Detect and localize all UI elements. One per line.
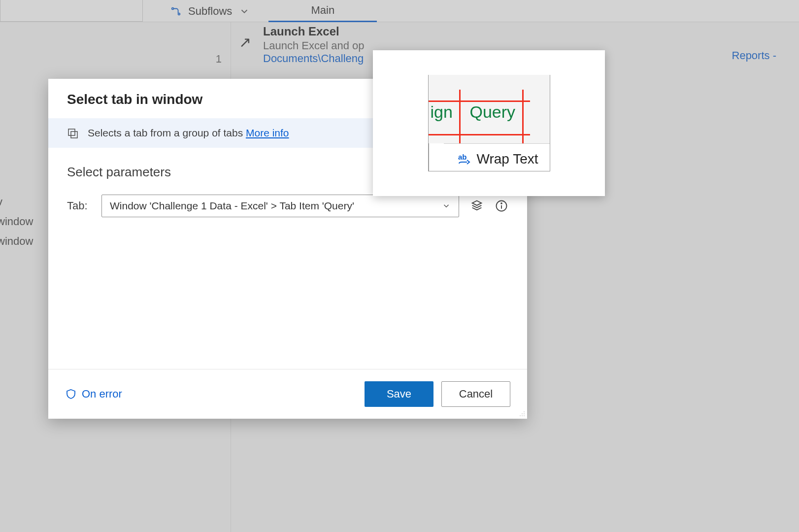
on-error-label: On error xyxy=(82,388,122,400)
cancel-button-label: Cancel xyxy=(459,388,493,400)
preview-canvas: ign Query ab Wrap Text xyxy=(428,75,550,171)
svg-point-6 xyxy=(501,203,502,204)
tab-selector-dropdown[interactable]: Window 'Challenge 1 Data - Excel' > Tab … xyxy=(101,195,459,217)
svg-point-8 xyxy=(522,413,523,414)
svg-text:ab: ab xyxy=(458,153,467,161)
wrap-text-icon: ab xyxy=(458,153,473,166)
info-icon[interactable] xyxy=(495,199,508,213)
tab-selector-value: Window 'Challenge 1 Data - Excel' > Tab … xyxy=(110,200,354,212)
dialog-info-text: Selects a tab from a group of tabs xyxy=(88,127,246,138)
svg-rect-3 xyxy=(71,132,77,138)
crop-line-left xyxy=(459,90,461,147)
preview-tab-query: Query xyxy=(470,102,516,122)
crop-line-bottom xyxy=(429,134,530,135)
save-button[interactable]: Save xyxy=(365,381,433,407)
crop-line-top xyxy=(429,100,530,102)
param-label-tab: Tab: xyxy=(67,200,91,212)
shield-icon xyxy=(65,388,77,400)
save-button-label: Save xyxy=(387,388,411,400)
ui-element-preview: ign Query ab Wrap Text xyxy=(373,50,605,196)
svg-point-7 xyxy=(524,411,525,412)
svg-point-9 xyxy=(524,413,525,414)
svg-point-11 xyxy=(522,415,523,416)
crop-line-right xyxy=(522,90,524,147)
preview-wrap-text-label: Wrap Text xyxy=(477,151,538,167)
cancel-button[interactable]: Cancel xyxy=(441,381,510,407)
more-info-link[interactable]: More info xyxy=(246,127,289,138)
ui-element-picker-icon[interactable] xyxy=(470,199,484,213)
tabs-icon xyxy=(67,127,79,139)
svg-point-10 xyxy=(520,415,521,416)
svg-point-12 xyxy=(524,415,525,416)
svg-rect-2 xyxy=(68,129,75,135)
resize-grip-icon[interactable] xyxy=(517,409,525,417)
on-error-link[interactable]: On error xyxy=(65,388,122,400)
preview-tab-left-fragment: ign xyxy=(431,102,453,122)
chevron-down-icon xyxy=(442,201,451,210)
